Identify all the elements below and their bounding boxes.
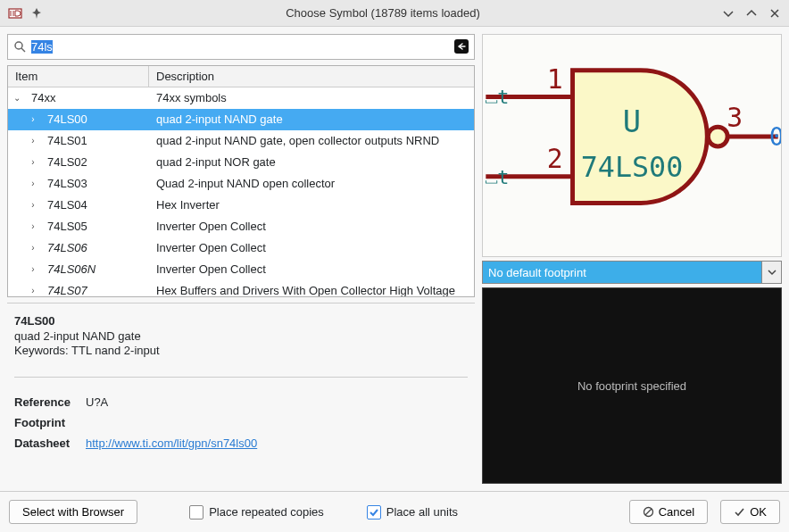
pin3-label: 3 [727,102,743,133]
clear-search-button[interactable] [454,39,469,54]
search-field[interactable] [7,34,475,60]
titlebar: Choose Symbol (18789 items loaded) [0,0,789,27]
tree-row[interactable]: ›74LS07 Hex Buffers and Drivers With Ope… [8,280,474,296]
expand-icon[interactable]: › [24,286,42,295]
expand-icon[interactable]: › [24,243,42,253]
tree-desc: Inverter Open Collect [149,220,474,233]
datasheet-label: Datasheet [14,436,86,450]
pin2-hint: ⎵t [486,166,509,188]
tree-label: 74LS07 [42,284,87,296]
tree-desc: Inverter Open Collect [149,262,474,276]
tree-label: 74LS05 [42,220,87,233]
tree-row-root[interactable]: ⌄74xx 74xx symbols [8,87,474,109]
tree-row[interactable]: ›74LS01 quad 2-input NAND gate, open col… [8,130,474,152]
tree-desc: 74xx symbols [149,91,474,104]
svg-line-4 [21,48,25,52]
datasheet-link[interactable]: http://www.ti.com/lit/gpn/sn74ls00 [86,436,257,450]
check-icon [734,506,745,518]
ref-label: U [623,104,641,139]
pin-icon[interactable] [29,5,45,21]
footprint-select-text[interactable]: No default footprint [482,261,762,284]
part-label: 74LS00 [581,151,684,183]
collapse-icon[interactable]: ⌄ [8,93,26,103]
minimize-button[interactable] [721,6,735,21]
tree-row[interactable]: ›74LS00 quad 2-input NAND gate [8,109,474,130]
tree-row[interactable]: ›74LS06 Inverter Open Collect [8,237,474,259]
cancel-icon [643,506,654,518]
pin1-label: 1 [547,63,563,95]
expand-icon[interactable]: › [24,157,42,167]
tree-label: 74LS06 [42,241,87,254]
footprint-label: Footprint [14,416,86,429]
window-title: Choose Symbol (18789 items loaded) [45,6,721,20]
tree-label: 74LS01 [42,134,87,147]
expand-icon[interactable]: › [24,114,42,124]
place-repeated-checkbox[interactable]: Place repeated copies [189,505,324,520]
footprint-select[interactable]: No default footprint [482,261,782,284]
footprint-value [86,416,468,429]
divider [14,377,468,378]
symbol-tree[interactable]: Item Description ⌄74xx 74xx symbols ›74L… [7,65,475,297]
tree-label: 74xx [26,91,55,104]
svg-point-7 [708,127,727,146]
output-zero: 0 [769,122,781,152]
expand-icon[interactable]: › [24,264,42,274]
expand-icon[interactable]: › [24,221,42,231]
footer: Select with Browser Place repeated copie… [0,491,789,532]
tree-label: 74LS04 [42,198,87,212]
details-panel: 74LS00 quad 2-input NAND gate Keywords: … [7,303,475,484]
footprint-preview[interactable]: No footprint specified [482,287,782,484]
tree-label: 74LS06N [42,262,96,276]
expand-icon[interactable]: › [24,200,42,210]
close-button[interactable] [768,6,782,21]
select-with-browser-button[interactable]: Select with Browser [9,500,137,524]
tree-desc: Hex Buffers and Drivers With Open Collec… [149,284,474,296]
detail-keywords: Keywords: TTL nand 2-input [14,344,468,357]
ok-button[interactable]: OK [720,500,780,524]
reference-label: Reference [14,395,86,409]
tree-desc: Quad 2-input NAND open collector [149,177,474,190]
pin1-hint: ⎵t [486,86,509,108]
search-input[interactable] [31,40,454,54]
maximize-button[interactable] [744,6,759,21]
detail-description: quad 2-input NAND gate [14,329,468,343]
tree-desc: quad 2-input NOR gate [149,155,474,169]
svg-line-10 [645,509,652,515]
tree-row[interactable]: ›74LS02 quad 2-input NOR gate [8,152,474,173]
column-item[interactable]: Item [8,66,149,87]
tree-label: 74LS02 [42,155,87,169]
tree-label: 74LS03 [42,177,87,190]
tree-label: 74LS00 [42,112,87,126]
expand-icon[interactable]: › [24,179,42,188]
detail-name: 74LS00 [14,314,468,328]
tree-desc: quad 2-input NAND gate [149,112,474,126]
tree-desc: Inverter Open Collect [149,241,474,254]
expand-icon[interactable]: › [24,136,42,145]
tree-row[interactable]: ›74LS06N Inverter Open Collect [8,259,474,280]
search-icon [13,40,26,53]
tree-desc: Hex Inverter [149,198,474,212]
pin2-label: 2 [547,143,563,174]
tree-row[interactable]: ›74LS03 Quad 2-input NAND open collector [8,173,474,195]
tree-header: Item Description [8,66,474,87]
reference-value: U?A [86,395,468,409]
svg-point-3 [15,42,22,49]
symbol-preview[interactable]: 1 ⎵t 2 ⎵t 3 0 U 74LS00 [482,34,782,257]
footprint-preview-text: No footprint specified [577,379,686,393]
datasheet-value: http://www.ti.com/lit/gpn/sn74ls00 [86,436,468,450]
tree-row[interactable]: ›74LS04 Hex Inverter [8,195,474,216]
place-all-units-checkbox[interactable]: Place all units [367,505,458,520]
tree-desc: quad 2-input NAND gate, open collector o… [149,134,474,147]
tree-row[interactable]: ›74LS05 Inverter Open Collect [8,216,474,237]
column-description[interactable]: Description [149,66,474,87]
app-icon [7,5,23,21]
footprint-select-arrow[interactable] [762,261,782,284]
cancel-button[interactable]: Cancel [629,500,708,524]
